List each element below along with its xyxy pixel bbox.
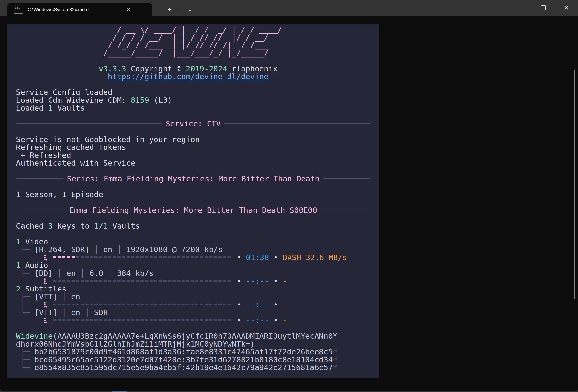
close-window-button[interactable]: ✕ <box>555 0 578 16</box>
terminal-blank-line <box>16 57 377 65</box>
terminal-text: en <box>71 293 80 301</box>
terminal-text: /_____/_____/ |___/___/_/ |_/_____/ <box>16 49 269 57</box>
terminal-text: Subtitles <box>21 285 67 293</box>
terminal-text: 1/1 <box>94 222 108 230</box>
terminal-text: │ <box>53 269 66 277</box>
terminal-line: ├─ bb2b6531879c00d9f461d868af1d3a36:fae8… <box>16 348 377 356</box>
progress-bar <box>53 280 232 282</box>
terminal-text: rlaphoenix <box>227 65 278 73</box>
terminal-text: │ <box>57 308 71 316</box>
spinner-icon <box>44 277 48 285</box>
tree-prefix: │ <box>16 301 44 308</box>
bullet-separator: • <box>232 301 246 308</box>
terminal-line: v3.3.3 Copyright © 2019-2024 rlaphoenix <box>16 65 377 73</box>
terminal-text: Loaded Cdm Widevine CDM: <box>16 96 131 104</box>
terminal-text: Service is not Geoblocked in your region <box>16 135 200 143</box>
terminal-text: Video <box>21 238 48 246</box>
terminal-line: 1 Video <box>16 238 377 246</box>
terminal-text: Widevine <box>16 332 53 340</box>
terminal-text: │ <box>57 293 71 301</box>
terminal-text: └─ <box>16 308 34 316</box>
terminal-text: [H.264, SDR] <box>34 246 90 253</box>
terminal-text: Audio <box>21 261 48 269</box>
terminal-text: / /_/ / /___ | |/ // // /| / /___ <box>16 41 269 49</box>
bullet-separator: • <box>232 316 246 324</box>
terminal-line: └─ [H.264, SDR] │ en │ 1920x1080 @ 7200 … <box>16 246 377 253</box>
terminal-text: / / / / __/ | | / // // |/ / __/ <box>16 33 269 41</box>
bullet-separator: • <box>232 253 246 261</box>
terminal-line: ├─ [VTT] │ en <box>16 293 377 301</box>
bullet-separator: • <box>269 277 283 285</box>
tab-cmd[interactable]: C:\_ C:\Windows\System32\cmd.e ✕ <box>7 3 152 16</box>
download-speed: DASH 32.6 MB/s <box>283 253 347 261</box>
bullet-separator: • <box>269 316 283 324</box>
terminal-blank-line <box>16 112 377 120</box>
section-rule: Series: Emma Fielding Mysteries: More Bi… <box>16 175 370 183</box>
new-tab-button[interactable]: + <box>164 4 175 15</box>
section-title: Emma Fielding Mysteries: More Bitter Tha… <box>69 206 317 214</box>
terminal-text: / __ \/ ____/ | / / _/ | / / ____/ <box>16 25 282 33</box>
terminal-text: e8554a835c851595dc715e5e9ba4cb5f:42b19e4… <box>34 363 333 371</box>
terminal-text: en <box>103 246 112 253</box>
terminal-text: 1 <box>16 238 21 246</box>
tree-prefix <box>16 253 44 261</box>
terminal-blank-line <box>16 198 377 206</box>
terminal-line: └─ [VTT] │ en │ SDH <box>16 308 377 316</box>
terminal-text: └─ <box>16 269 34 277</box>
close-icon: ✕ <box>564 4 569 12</box>
time-elapsed: --:-- <box>246 301 269 308</box>
terminal-text: │ <box>76 269 90 277</box>
tab-dropdown-button[interactable]: ⌄ <box>185 4 195 15</box>
terminal-line: Refreshing cached Tokens <box>16 143 377 151</box>
terminal-output[interactable]: ____ _______ _______ ______ / __ \/ ____… <box>7 24 379 378</box>
terminal-line: Cached 3 Keys to 1/1 Vaults <box>16 222 377 230</box>
terminal-line: Widevine(AAAAU3Bzc2gAAAAA7e+LqXnWSs6jyCf… <box>16 332 377 340</box>
download-speed: - <box>283 301 287 308</box>
bullet-separator: • <box>269 301 283 308</box>
terminal-text: * <box>333 356 337 363</box>
scrollbar-thumb[interactable] <box>574 70 575 299</box>
section-title: Series: Emma Fielding Mysteries: More Bi… <box>67 175 320 183</box>
tree-prefix <box>16 316 44 324</box>
terminal-text: 1 <box>48 104 53 112</box>
terminal-text: v3.3.3 <box>99 65 126 73</box>
terminal-text: en <box>71 308 80 316</box>
progress-bar <box>53 319 232 321</box>
maximize-button[interactable] <box>532 0 555 16</box>
terminal-link-line: https://github.com/devine-dl/devine <box>16 73 377 80</box>
terminal-text: 6.0 <box>90 269 103 277</box>
terminal-line: dhorx06NhoJYmVsbG1lZGlhIhJmZi1iMTRjMjk1M… <box>16 340 377 348</box>
terminal-text: bcd65495c65ac5122d3120e7d07f428e:3b7fe31… <box>34 356 333 363</box>
tab-title: C:\Windows\System32\cmd.e <box>28 7 126 12</box>
rule-line <box>323 178 370 179</box>
github-link[interactable]: https://github.com/devine-dl/devine <box>108 73 268 80</box>
terminal-line: / __ \/ ____/ | / / _/ | / / ____/ <box>16 25 377 33</box>
bullet-separator: • <box>232 277 246 285</box>
terminal-line: └─ [DD] │ en │ 6.0 │ 384 kb/s <box>16 269 377 277</box>
terminal-line: Service Config loaded <box>16 88 377 96</box>
terminal-text: 1920x1080 @ 7200 kb/s <box>126 246 223 253</box>
download-speed: - <box>283 316 287 324</box>
terminal-text: 8159 <box>131 96 149 104</box>
spinner-icon <box>44 316 48 324</box>
progress-bar <box>53 256 232 258</box>
terminal-text: + Refreshed <box>16 151 71 159</box>
time-elapsed: 01:38 <box>246 253 269 261</box>
terminal-text: Service Config loaded <box>16 88 112 96</box>
terminal-blank-line <box>16 324 377 332</box>
rule-line <box>224 123 370 124</box>
minimize-button[interactable] <box>509 0 532 16</box>
terminal-text: Copyright © <box>126 65 186 73</box>
progress-row: │ • --:-- • - <box>16 301 377 308</box>
terminal-text: ├─ <box>16 293 34 301</box>
terminal-text: │ <box>103 269 117 277</box>
terminal-text: [VTT] <box>34 293 57 301</box>
terminal-line: Service is not Geoblocked in your region <box>16 135 377 143</box>
terminal-text: [VTT] <box>34 308 57 316</box>
close-tab-icon[interactable]: ✕ <box>126 6 131 13</box>
tree-prefix <box>16 277 44 285</box>
terminal-text: * <box>333 348 337 356</box>
terminal-lines: ____ _______ _______ ______ / __ \/ ____… <box>16 24 377 378</box>
rule-line <box>16 123 162 124</box>
titlebar[interactable]: C:\_ C:\Windows\System32\cmd.e ✕ + ⌄ ✕ <box>0 0 578 16</box>
